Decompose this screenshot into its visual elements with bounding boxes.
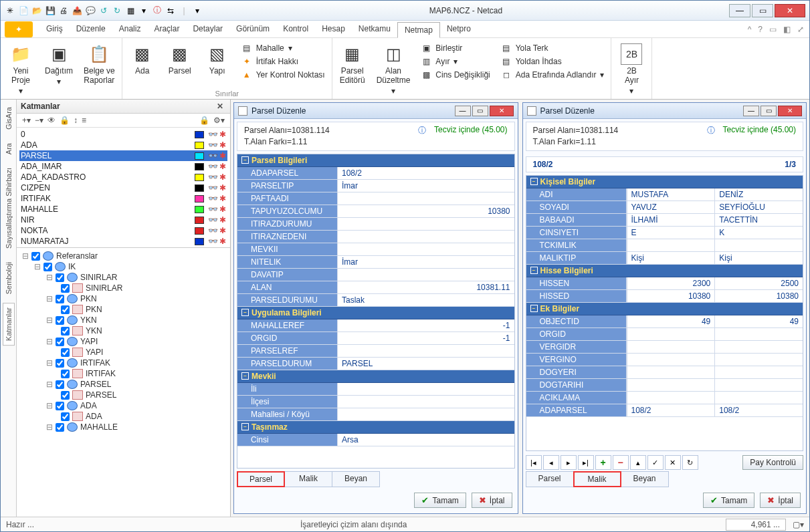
menu-netpro[interactable]: Netpro [440,21,478,37]
tree-node[interactable]: SINIRLAR [19,283,227,293]
layer-row[interactable]: CIZPEN👓✱ [19,182,227,193]
ribbon-collapse-icon[interactable]: ^ [748,25,752,34]
property-row[interactable]: PAFTAADI [237,192,514,205]
revert-button[interactable]: ✕ [665,455,681,470]
property-row[interactable]: Mahallesi / Köyü [237,408,514,421]
menu-analiz[interactable]: Analiz [112,21,148,37]
qat-print-icon[interactable]: 🖨 [58,5,69,16]
lock2-icon[interactable]: 🔒 [199,116,209,125]
tree-node[interactable]: PARSEL [19,390,227,400]
property-row[interactable]: CinsiArsa [237,434,514,446]
tree-node[interactable]: ⊟YAPI [19,336,227,347]
maximize-button[interactable]: ▭ [752,4,773,17]
layer-row[interactable]: NOKTA👓✱ [19,225,227,236]
tree-node[interactable]: IRTIFAK [19,368,227,379]
property-row[interactable]: HISSED1038010380 [526,290,803,303]
pay-kontrolu-button[interactable]: Pay Kontrolü [742,455,803,470]
side-tab-1[interactable]: Ara [3,138,15,159]
qat-info-icon[interactable]: ⓘ [152,5,163,16]
property-row[interactable]: PARSELDURUMPARSEL [237,358,514,370]
belge-raporlar-button[interactable]: 📋Belge ve Raporlar [81,42,118,86]
property-row[interactable]: ORGID-1 [237,332,514,345]
qat-new-icon[interactable]: 📄 [18,5,29,16]
parsel-button[interactable]: ▩Parsel [164,42,196,77]
qat-redo-icon[interactable]: ↻ [112,5,122,16]
yoldan-ihdas-button[interactable]: ▤Yoldan İhdas [498,55,607,68]
remove-icon[interactable]: −▾ [35,116,43,125]
property-row[interactable]: ACIKLAMA [526,392,803,404]
dlg-close-button[interactable]: ✕ [490,106,514,116]
malik-property-grid[interactable]: −Kişisel BilgilerADIMUSTAFADENİZSOYADIYA… [526,175,804,451]
delete-record-button[interactable]: − [613,455,629,470]
property-row[interactable]: CINSIYETIEK [526,227,803,239]
info-icon[interactable]: ⓘ [707,125,715,136]
property-row[interactable]: İli [237,383,514,396]
tab-parsel[interactable]: Parsel [526,471,574,487]
property-row[interactable]: ORGID [526,328,803,341]
tab-malik[interactable]: Malik [284,471,332,487]
property-row[interactable]: SOYADIYAVUZSEYFİOĞLU [526,201,803,214]
qat-more-icon[interactable]: ▾ [192,5,203,16]
property-row[interactable]: PARSELREF [237,345,514,358]
tree-node[interactable]: YAPI [19,347,227,358]
qat-undo-icon[interactable]: ↺ [98,5,109,16]
dlg-max-button[interactable]: ▭ [472,106,488,116]
qat-export-icon[interactable]: 📤 [72,5,82,16]
tree-node[interactable]: ⊟SINIRLAR [19,272,227,283]
qat-grid-icon[interactable]: ▦ [125,5,136,16]
mahalle-button[interactable]: ▤Mahalle ▾ [239,42,328,54]
menu-araçlar[interactable]: Araçlar [147,21,186,37]
tree-node[interactable]: ⊟YKN [19,315,227,325]
commit-button[interactable]: ✓ [647,455,664,470]
close-button[interactable]: ✕ [775,4,805,17]
tree-node[interactable]: PKN [19,304,227,315]
tree-node[interactable]: ⊟PARSEL [19,379,227,390]
next-button[interactable]: ▸ [561,455,577,470]
status-dropdown-icon[interactable]: ▢▾ [793,520,804,529]
parsel-property-grid[interactable]: −Parsel BilgileriADAPARSEL108/2PARSELTIP… [237,154,515,469]
layer-row[interactable]: ADA_KADASTRO👓✱ [19,172,227,182]
property-row[interactable]: PARSELDURUMUTaslak [237,294,514,307]
layer-row[interactable]: ADA_IMAR👓✱ [19,161,227,172]
side-tab-2[interactable]: Sayısallaştırma Sihirbazı [3,163,15,253]
qat-open-icon[interactable]: 📂 [31,5,42,16]
irtifak-button[interactable]: ✦İrtifak Hakkı [239,55,328,68]
property-row[interactable]: MEVKII [237,243,514,256]
settings-icon[interactable]: ▭ [769,25,777,34]
tree-node[interactable]: ⊟IRTIFAK [19,358,227,368]
lock-icon[interactable]: 🔒 [60,116,70,125]
yola-terk-button[interactable]: ▤Yola Terk [498,42,607,54]
property-row[interactable]: OBJECTID4949 [526,315,803,328]
property-row[interactable]: DAVATIP [237,269,514,281]
property-row[interactable]: MAHALLEREF-1 [237,319,514,332]
help-icon[interactable]: ? [758,25,763,34]
menu-giriş[interactable]: Giriş [39,21,70,37]
qat-save-icon[interactable]: 💾 [45,5,56,16]
qat-chat-icon[interactable]: 💬 [85,5,96,16]
property-row[interactable]: BABAADIİLHAMİTACETTİN [526,214,803,227]
ada-etrafinda-button[interactable]: ◻Ada Etrafında Adlandır ▾ [498,69,607,81]
menu-netkamu[interactable]: Netkamu [352,21,397,37]
ayir-small-button[interactable]: ▥Ayır ▾ [418,55,492,68]
property-row[interactable]: ADIMUSTAFADENİZ [526,188,803,201]
layer-row[interactable]: MAHALLE👓✱ [19,204,227,215]
cancel-button[interactable]: ✖İptal [760,493,801,508]
property-row[interactable]: ITIRAZNEDENI [237,231,514,243]
dlg-max-button[interactable]: ▭ [761,106,777,116]
layer-row[interactable]: PARSEL👓✱ [19,150,227,161]
add-icon[interactable]: +▾ [22,116,31,125]
panel-close-icon[interactable]: ✕ [214,102,226,111]
tab-beyan[interactable]: Beyan [332,471,380,487]
property-row[interactable]: ADAPARSEL108/2 [237,167,514,180]
property-row[interactable]: PARSELTIPİmar [237,180,514,192]
layer-row[interactable]: NIR👓✱ [19,215,227,225]
tree-node[interactable]: ⊟Referanslar [19,251,227,261]
property-row[interactable]: TAPUYUZOLCUMU10380 [237,205,514,218]
tab-malik[interactable]: Malik [573,471,621,487]
last-button[interactable]: ▸| [578,455,594,470]
dagitim-button[interactable]: ▣Dağıtım▾ [42,42,76,88]
filter-icon[interactable]: ≡ [82,116,86,125]
yapi-button[interactable]: ▧Yapı [201,42,233,77]
side-tab-0[interactable]: GisAra [3,102,15,134]
dlg-close-button[interactable]: ✕ [778,106,802,116]
